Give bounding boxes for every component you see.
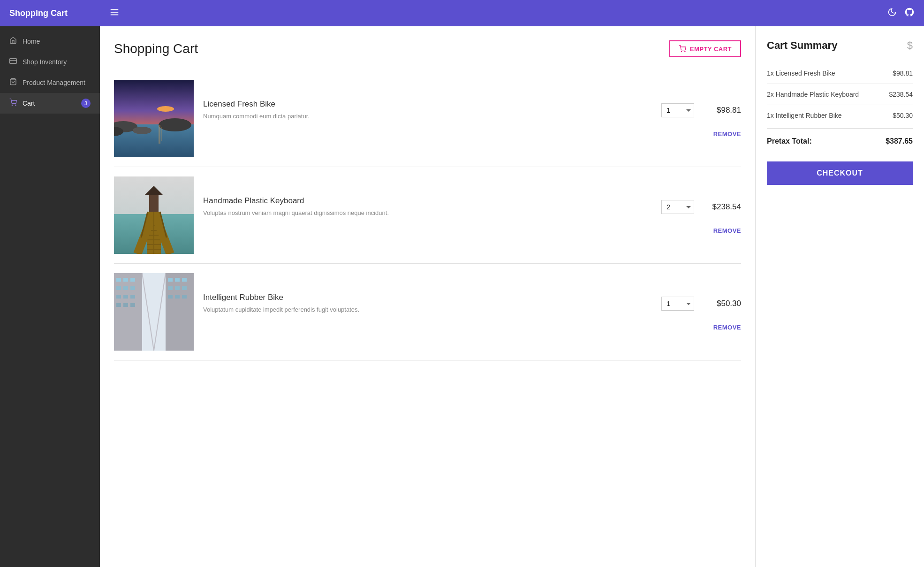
summary-item-1-label: 2x Handmade Plastic Keyboard — [767, 91, 859, 98]
sidebar-item-shop-inventory[interactable]: Shop Inventory — [0, 52, 100, 72]
svg-point-11 — [157, 106, 174, 112]
svg-rect-43 — [116, 286, 121, 290]
sidebar: Shopping Cart Home Shop Inventory Produc… — [0, 0, 100, 567]
cart-summary: Cart Summary $ 1x Licensed Fresh Bike $9… — [755, 26, 924, 567]
summary-item-1-price: $238.54 — [889, 91, 913, 98]
cart-item-1-name: Licensed Fresh Bike — [203, 100, 652, 109]
svg-point-3 — [12, 105, 12, 105]
hamburger-menu-icon[interactable] — [109, 7, 120, 20]
empty-cart-button[interactable]: EMPTY CART — [669, 40, 741, 57]
svg-rect-42 — [130, 278, 135, 282]
cart-item-2-remove-row: REMOVE — [203, 227, 741, 234]
cart-item-3-remove-row: REMOVE — [203, 324, 741, 331]
svg-rect-40 — [116, 278, 121, 282]
summary-item-2-label: 1x Intelligent Rubber Bike — [767, 112, 842, 119]
summary-item-0: 1x Licensed Fresh Bike $98.81 — [767, 63, 913, 84]
cart-item-3-desc: Voluptatum cupiditate impedit perferendi… — [203, 305, 652, 314]
svg-rect-53 — [175, 278, 180, 282]
sidebar-item-cart[interactable]: Cart 3 — [0, 93, 100, 114]
svg-rect-39 — [166, 273, 194, 351]
cart-item-1-price: $98.81 — [704, 106, 741, 115]
svg-rect-59 — [175, 295, 180, 299]
sidebar-nav: Home Shop Inventory Product Management C… — [0, 26, 100, 118]
svg-rect-54 — [182, 278, 187, 282]
sidebar-label-shop-inventory: Shop Inventory — [23, 58, 67, 66]
cart-item-3-info: Intelligent Rubber Bike Voluptatum cupid… — [203, 293, 652, 314]
page-title: Shopping Cart — [114, 41, 198, 56]
cart-item-2-desc: Voluptas nostrum veniam magni quaerat di… — [203, 208, 652, 218]
cart-item-1-desc: Numquam commodi eum dicta pariatur. — [203, 112, 652, 121]
qty-select-3[interactable]: 12345 — [661, 297, 694, 311]
svg-rect-50 — [123, 303, 128, 307]
cart-item-2-info: Handmade Plastic Keyboard Voluptas nostr… — [203, 196, 652, 218]
cart-item-2-qty[interactable]: 12345 — [661, 200, 694, 214]
item-image-bike — [114, 80, 194, 157]
svg-rect-51 — [130, 303, 135, 307]
cart-icon — [9, 99, 17, 108]
topbar-right — [887, 7, 915, 20]
content-area: Shopping Cart EMPTY CART — [100, 26, 924, 567]
svg-rect-46 — [116, 295, 121, 299]
svg-point-9 — [684, 51, 685, 52]
cart-item-3-row: Intelligent Rubber Bike Voluptatum cupid… — [203, 293, 741, 314]
svg-rect-41 — [123, 278, 128, 282]
svg-rect-17 — [159, 125, 160, 144]
remove-button-1[interactable]: REMOVE — [713, 130, 741, 138]
cart-item-2-price: $238.54 — [704, 202, 741, 212]
svg-rect-47 — [123, 295, 128, 299]
cart-item-2-name: Handmade Plastic Keyboard — [203, 196, 652, 206]
cart-item-1-info: Licensed Fresh Bike Numquam commodi eum … — [203, 100, 652, 121]
cart-item-3: Intelligent Rubber Bike Voluptatum cupid… — [114, 264, 741, 360]
sidebar-label-home: Home — [23, 38, 40, 45]
cart-item-2: Handmade Plastic Keyboard Voluptas nostr… — [114, 167, 741, 264]
qty-select-2[interactable]: 12345 — [661, 200, 694, 214]
cart-item-1-body: Licensed Fresh Bike Numquam commodi eum … — [203, 100, 741, 138]
cart-item-1-qty[interactable]: 12345 — [661, 103, 694, 117]
item-image-keyboard — [114, 176, 194, 254]
svg-rect-58 — [168, 295, 173, 299]
cart-item-1-remove-row: REMOVE — [203, 130, 741, 138]
svg-rect-38 — [114, 273, 142, 351]
pretax-total: $387.65 — [886, 137, 913, 146]
summary-title: Cart Summary — [767, 39, 837, 52]
cart-item-3-qty[interactable]: 12345 — [661, 297, 694, 311]
credit-card-icon — [9, 57, 17, 67]
topbar — [100, 0, 924, 26]
svg-rect-0 — [10, 59, 17, 64]
svg-rect-61 — [142, 273, 166, 351]
summary-item-1: 2x Handmade Plastic Keyboard $238.54 — [767, 84, 913, 105]
empty-cart-label: EMPTY CART — [690, 46, 732, 53]
summary-item-0-label: 1x Licensed Fresh Bike — [767, 69, 835, 77]
cart-item-1: Licensed Fresh Bike Numquam commodi eum … — [114, 70, 741, 167]
cart-item-1-row: Licensed Fresh Bike Numquam commodi eum … — [203, 100, 741, 121]
remove-button-3[interactable]: REMOVE — [713, 324, 741, 331]
summary-item-2-price: $50.30 — [893, 112, 913, 119]
dollar-icon: $ — [907, 39, 913, 52]
summary-total: Pretax Total: $387.65 — [767, 128, 913, 154]
pretax-label: Pretax Total: — [767, 137, 812, 146]
checkout-button[interactable]: CHECKOUT — [767, 161, 913, 185]
summary-items: 1x Licensed Fresh Bike $98.81 2x Handmad… — [767, 63, 913, 126]
summary-header: Cart Summary $ — [767, 39, 913, 52]
svg-rect-60 — [182, 295, 187, 299]
github-icon[interactable] — [904, 7, 915, 20]
shopping-bag-icon — [9, 78, 17, 87]
svg-rect-49 — [116, 303, 121, 307]
svg-point-4 — [15, 105, 16, 105]
qty-select-1[interactable]: 12345 — [661, 103, 694, 117]
svg-point-8 — [681, 51, 682, 52]
summary-item-2: 1x Intelligent Rubber Bike $50.30 — [767, 105, 913, 126]
cart-item-3-price: $50.30 — [704, 299, 741, 308]
home-icon — [9, 37, 17, 46]
sidebar-item-home[interactable]: Home — [0, 31, 100, 52]
svg-rect-52 — [168, 278, 173, 282]
svg-rect-56 — [175, 286, 180, 290]
svg-rect-57 — [182, 286, 187, 290]
moon-icon[interactable] — [887, 8, 897, 19]
sidebar-item-product-management[interactable]: Product Management — [0, 72, 100, 93]
page-header: Shopping Cart EMPTY CART — [114, 40, 741, 57]
remove-button-2[interactable]: REMOVE — [713, 227, 741, 234]
item-image-rubber-bike — [114, 273, 194, 351]
topbar-left — [109, 7, 120, 20]
svg-rect-45 — [130, 286, 135, 290]
